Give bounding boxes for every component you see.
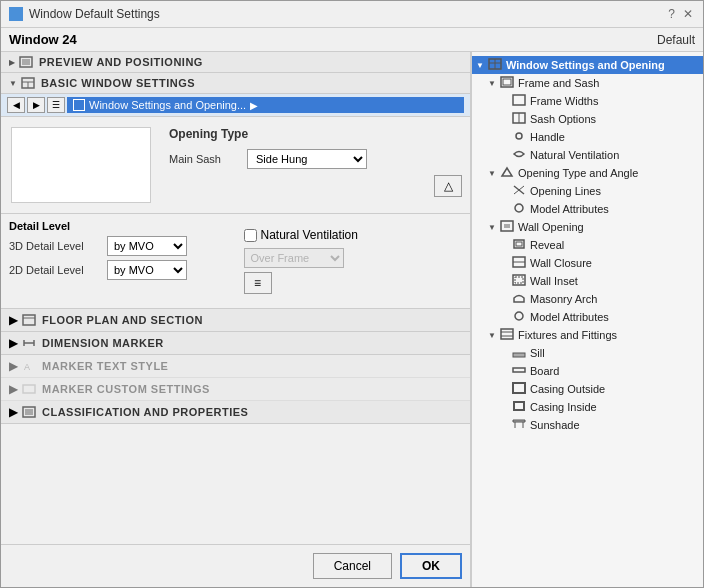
tree-label-opening-type: Opening Type and Angle [518, 167, 638, 179]
svg-rect-21 [513, 95, 525, 105]
ventilation-label: Natural Ventilation [261, 228, 358, 242]
tree-item-wall-closure[interactable]: Wall Closure [472, 254, 703, 272]
tree-label-sash-options: Sash Options [530, 113, 596, 125]
tree-icon-wall-closure [512, 256, 528, 270]
detail-bottom: Detail Level 3D Detail Level by MVO 2D D… [1, 213, 470, 308]
nav-menu-button[interactable]: ☰ [47, 97, 65, 113]
tree-item-sunshade[interactable]: Sunshade [472, 416, 703, 434]
svg-rect-37 [501, 329, 513, 339]
tree-item-window-settings[interactable]: ▼Window Settings and Opening [472, 56, 703, 74]
settings-area: Opening Type Main Sash Side Hung △ [161, 117, 470, 213]
tree-item-sill[interactable]: Sill [472, 344, 703, 362]
preview-label: PREVIEW AND POSITIONING [39, 56, 203, 68]
classification-label: CLASSIFICATION AND PROPERTIES [42, 406, 248, 418]
icon-row: △ [169, 175, 462, 197]
tree-icon-wall-opening [500, 220, 516, 234]
nav-selected[interactable]: Window Settings and Opening... ▶ [67, 97, 464, 113]
tree-item-model-attributes-1[interactable]: Model Attributes [472, 200, 703, 218]
opening-type-title: Opening Type [169, 127, 462, 141]
ventilation-select[interactable]: Over Frame [244, 248, 344, 268]
title-controls: ? ✕ [666, 7, 695, 21]
app-icon [9, 7, 23, 21]
main-sash-label: Main Sash [169, 153, 239, 165]
main-sash-row: Main Sash Side Hung [169, 149, 462, 169]
tree-arrow-wall-opening: ▼ [488, 223, 498, 232]
d2-select[interactable]: by MVO [107, 260, 187, 280]
tree-icon-model-attributes-2 [512, 310, 528, 324]
table-icon [73, 99, 85, 111]
svg-rect-35 [515, 277, 523, 283]
svg-rect-29 [504, 224, 510, 228]
tree-item-reveal[interactable]: Reveal [472, 236, 703, 254]
tree-icon-casing-outside [512, 382, 528, 396]
nav-selected-label: Window Settings and Opening... [89, 99, 246, 111]
tree-item-wall-inset[interactable]: Wall Inset [472, 272, 703, 290]
tree-label-model-attributes-1: Model Attributes [530, 203, 609, 215]
floor-plan-section[interactable]: ▶ FLOOR PLAN AND SECTION [1, 309, 470, 332]
tree-icon-wall-inset [512, 274, 528, 288]
svg-rect-11 [23, 385, 35, 393]
tree-item-masonry-arch[interactable]: Masonry Arch [472, 290, 703, 308]
tree-icon-model-attributes-1 [512, 202, 528, 216]
floor-plan-label: FLOOR PLAN AND SECTION [42, 314, 203, 326]
main-area: Opening Type Main Sash Side Hung △ [1, 117, 470, 213]
preview-section-header[interactable]: ▶ PREVIEW AND POSITIONING [1, 52, 470, 73]
classification-section[interactable]: ▶ CLASSIFICATION AND PROPERTIES [1, 401, 470, 424]
tree-item-casing-outside[interactable]: Casing Outside [472, 380, 703, 398]
tree-icon-frame-and-sash [500, 76, 516, 90]
tree-arrow-opening-type: ▼ [488, 169, 498, 178]
tree-label-sill: Sill [530, 347, 545, 359]
nav-prev-button[interactable]: ◀ [7, 97, 25, 113]
marker-custom-section: ▶ MARKER CUSTOM SETTINGS [1, 378, 470, 401]
tree-item-board[interactable]: Board [472, 362, 703, 380]
tree-label-reveal: Reveal [530, 239, 564, 251]
cancel-button[interactable]: Cancel [313, 553, 392, 579]
nav-next-button[interactable]: ▶ [27, 97, 45, 113]
basic-section-header[interactable]: ▼ BASIC WINDOW SETTINGS [1, 73, 470, 94]
ventilation-icon-button[interactable]: ≡ [244, 272, 272, 294]
marker-custom-arrow: ▶ [9, 382, 18, 396]
tree-item-natural-ventilation[interactable]: Natural Ventilation [472, 146, 703, 164]
tree-label-board: Board [530, 365, 559, 377]
tree-item-opening-type[interactable]: ▼Opening Type and Angle [472, 164, 703, 182]
marker-text-arrow: ▶ [9, 359, 18, 373]
close-button[interactable]: ✕ [681, 7, 695, 21]
tree-label-wall-opening: Wall Opening [518, 221, 584, 233]
svg-point-24 [516, 133, 522, 139]
d2-label: 2D Detail Level [9, 264, 99, 276]
preview-icon [19, 56, 33, 68]
tree-label-fixtures-fittings: Fixtures and Fittings [518, 329, 617, 341]
tree-label-wall-inset: Wall Inset [530, 275, 578, 287]
svg-rect-20 [503, 79, 511, 85]
triangle-icon-button[interactable]: △ [434, 175, 462, 197]
svg-rect-1 [22, 59, 30, 65]
svg-rect-31 [516, 242, 522, 246]
tree-item-wall-opening[interactable]: ▼Wall Opening [472, 218, 703, 236]
dimension-icon [22, 337, 36, 349]
dimension-section[interactable]: ▶ DIMENSION MARKER [1, 332, 470, 355]
tree-item-fixtures-fittings[interactable]: ▼Fixtures and Fittings [472, 326, 703, 344]
tree-label-casing-outside: Casing Outside [530, 383, 605, 395]
tree-item-model-attributes-2[interactable]: Model Attributes [472, 308, 703, 326]
main-sash-select[interactable]: Side Hung [247, 149, 367, 169]
svg-rect-5 [23, 315, 35, 325]
tree-item-handle[interactable]: Handle [472, 128, 703, 146]
tree-item-opening-lines[interactable]: Opening Lines [472, 182, 703, 200]
tree-item-sash-options[interactable]: Sash Options [472, 110, 703, 128]
svg-point-36 [515, 312, 523, 320]
tree-label-masonry-arch: Masonry Arch [530, 293, 597, 305]
tree-label-frame-widths: Frame Widths [530, 95, 598, 107]
svg-text:A: A [24, 362, 30, 372]
ok-button[interactable]: OK [400, 553, 462, 579]
left-panel: ▶ PREVIEW AND POSITIONING ▼ BASIC WINDOW [1, 52, 471, 587]
tree-item-casing-inside[interactable]: Casing Inside [472, 398, 703, 416]
help-button[interactable]: ? [666, 7, 677, 21]
svg-rect-41 [513, 368, 525, 372]
tree-item-frame-widths[interactable]: Frame Widths [472, 92, 703, 110]
main-window: Window Default Settings ? ✕ Window 24 De… [0, 0, 704, 588]
d3-select[interactable]: by MVO [107, 236, 187, 256]
ventilation-checkbox[interactable] [244, 229, 257, 242]
tree-item-frame-and-sash[interactable]: ▼Frame and Sash [472, 74, 703, 92]
basic-label: BASIC WINDOW SETTINGS [41, 77, 195, 89]
tree-icon-opening-lines [512, 184, 528, 198]
